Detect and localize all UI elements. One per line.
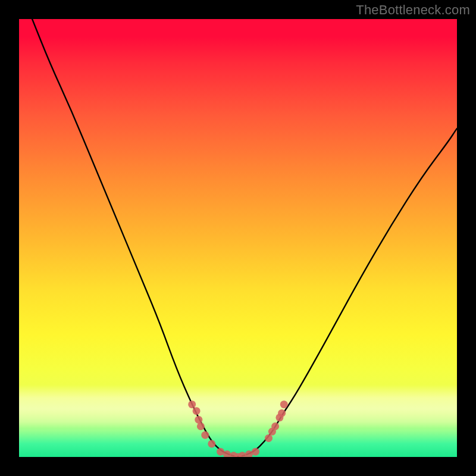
marker-group	[188, 400, 288, 457]
marker-dot	[278, 409, 286, 417]
watermark-text: TheBottleneck.com	[356, 2, 470, 18]
marker-dot	[208, 440, 215, 447]
bottleneck-curve	[32, 19, 457, 456]
marker-dot	[193, 407, 201, 415]
marker-dot	[188, 400, 196, 408]
chart-frame: TheBottleneck.com	[0, 0, 476, 476]
marker-dot	[197, 422, 205, 430]
marker-dot	[280, 400, 288, 408]
plot-area	[19, 19, 457, 457]
marker-dot	[201, 431, 209, 439]
marker-dot	[195, 416, 202, 424]
marker-dot	[271, 422, 279, 430]
marker-dot	[265, 434, 273, 442]
chart-svg	[19, 19, 457, 457]
marker-dot	[252, 448, 259, 456]
